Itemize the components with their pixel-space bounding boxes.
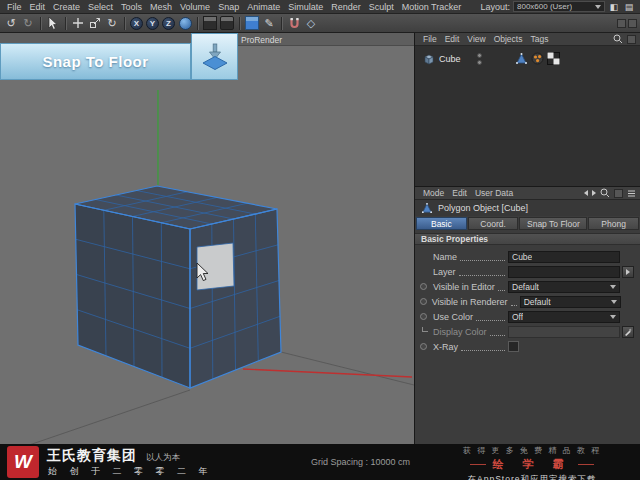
polygon-selection-tag-icon[interactable] <box>515 52 528 65</box>
attr-row-visible-in-editor: Visible in Editor Default <box>415 279 640 294</box>
use-color-select[interactable]: Off <box>508 311 620 323</box>
om-menu-edit[interactable]: Edit <box>441 34 464 44</box>
editor-visibility-dot[interactable] <box>477 53 482 58</box>
am-menu-edit[interactable]: Edit <box>448 188 471 198</box>
x-axis <box>243 369 412 377</box>
undo-icon[interactable]: ↺ <box>3 15 19 31</box>
layout-panel-icon[interactable] <box>617 19 626 28</box>
axis-lock-x-button[interactable]: X <box>130 17 143 30</box>
dotted-leader <box>490 328 505 336</box>
layout-dropdown[interactable]: 800x600 (User) <box>513 1 605 12</box>
panel-grid-icon[interactable]: ▤ <box>623 1 635 13</box>
cube-object[interactable] <box>75 186 281 388</box>
name-input[interactable]: Cube <box>508 251 620 263</box>
scale-tool-icon[interactable] <box>87 15 103 31</box>
am-menu-user-data[interactable]: User Data <box>471 188 517 198</box>
history-back-icon[interactable] <box>584 190 588 196</box>
snap-to-floor-button[interactable] <box>191 33 238 80</box>
object-name[interactable]: Cube <box>439 54 461 64</box>
menu-tools[interactable]: Tools <box>117 2 146 12</box>
panel-split-icon[interactable]: ◧ <box>608 1 620 13</box>
object-row-cube[interactable]: Cube <box>415 51 640 67</box>
menu-mesh[interactable]: Mesh <box>146 2 176 12</box>
grid-spacing-status: Grid Spacing : 10000 cm <box>248 457 410 467</box>
viewport-menu-prorender[interactable]: ProRender <box>241 35 282 45</box>
render-view-icon[interactable] <box>202 15 218 31</box>
menu-simulate[interactable]: Simulate <box>284 2 327 12</box>
om-menu-view[interactable]: View <box>463 34 489 44</box>
bottom-bar: W 王氏教育集团 以人为本 始 创 于 二 零 零 二 年 Grid Spaci… <box>0 444 640 480</box>
live-selection-icon[interactable] <box>45 15 61 31</box>
filter-icon[interactable] <box>627 35 636 44</box>
keyframe-dot-icon[interactable] <box>420 298 427 305</box>
axis-lock-z-button[interactable]: Z <box>162 17 175 30</box>
checkbox-slot <box>508 341 620 352</box>
gutter <box>420 283 433 290</box>
keyframe-dot-icon[interactable] <box>420 283 427 290</box>
selected-polygon[interactable] <box>197 243 234 290</box>
menu-motion-tracker[interactable]: Motion Tracker <box>398 2 466 12</box>
om-menu-objects[interactable]: Objects <box>490 34 527 44</box>
menu-edit[interactable]: Edit <box>26 2 50 12</box>
menu-burger-icon[interactable] <box>627 189 636 198</box>
visible-in-editor-select[interactable]: Default <box>508 281 620 293</box>
xray-checkbox[interactable] <box>508 341 519 352</box>
tab-phong[interactable]: Phong <box>588 217 639 230</box>
am-menu-mode[interactable]: Mode <box>419 188 448 198</box>
menu-create[interactable]: Create <box>49 2 84 12</box>
render-settings-icon[interactable] <box>219 15 235 31</box>
chevron-down-icon <box>610 315 616 319</box>
om-menu-tags[interactable]: Tags <box>526 34 552 44</box>
rotate-tool-icon[interactable]: ↻ <box>104 15 120 31</box>
keyframe-dot-icon[interactable] <box>420 343 427 350</box>
menu-volume[interactable]: Volume <box>176 2 214 12</box>
promo-rule <box>578 464 594 465</box>
workplane-icon[interactable]: ◇ <box>303 15 319 31</box>
layer-field[interactable] <box>508 266 620 278</box>
layout-value: 800x600 (User) <box>517 2 572 11</box>
viewport-canvas[interactable] <box>0 33 414 444</box>
render-visibility-dot[interactable] <box>477 60 482 65</box>
keyframe-dot-icon[interactable] <box>420 313 427 320</box>
tag-group <box>515 52 560 65</box>
viewport[interactable]: ProRender <box>0 33 414 444</box>
layer-expand-button[interactable] <box>622 266 634 278</box>
attribute-title: Polygon Object [Cube] <box>438 203 528 213</box>
menu-render[interactable]: Render <box>327 2 365 12</box>
lock-icon[interactable] <box>614 189 623 198</box>
layer-label: Layer <box>433 267 456 277</box>
add-cube-icon[interactable] <box>244 15 260 31</box>
redo-icon[interactable]: ↻ <box>20 15 36 31</box>
attr-row-xray: X-Ray <box>415 339 640 354</box>
attribute-manager-panel: Mode Edit User Data Polygon Object [Cube… <box>414 186 640 444</box>
visible-in-renderer-select[interactable]: Default <box>520 296 622 308</box>
move-tool-icon[interactable] <box>70 15 86 31</box>
attr-row-visible-in-renderer: Visible in Renderer Default <box>415 294 640 309</box>
layout-panel-icon[interactable] <box>628 19 637 28</box>
tab-coord[interactable]: Coord. <box>468 217 519 230</box>
search-icon[interactable] <box>600 188 610 198</box>
pen-tool-icon[interactable]: ✎ <box>261 15 277 31</box>
uvw-tag-icon[interactable] <box>547 52 560 65</box>
display-color-swatch[interactable] <box>508 326 620 338</box>
coordinate-system-icon[interactable] <box>177 15 193 31</box>
gutter <box>420 331 433 332</box>
axis-lock-y-button[interactable]: Y <box>146 17 159 30</box>
om-menu-file[interactable]: File <box>419 34 441 44</box>
company-logo: W <box>7 446 39 478</box>
menu-sculpt[interactable]: Sculpt <box>365 2 398 12</box>
phong-tag-icon[interactable] <box>531 52 544 65</box>
tab-snap-to-floor[interactable]: Snap To Floor <box>519 217 587 230</box>
chevron-down-icon <box>610 285 616 289</box>
history-forward-icon[interactable] <box>592 190 596 196</box>
tab-basic[interactable]: Basic <box>416 217 467 230</box>
color-picker-button[interactable] <box>622 326 634 338</box>
menu-snap[interactable]: Snap <box>214 2 243 12</box>
menu-file[interactable]: File <box>3 2 26 12</box>
toolbar-divider <box>40 17 41 30</box>
menu-animate[interactable]: Animate <box>243 2 284 12</box>
menu-select[interactable]: Select <box>84 2 117 12</box>
snap-magnet-icon[interactable] <box>286 15 302 31</box>
search-icon[interactable] <box>613 34 623 44</box>
section-basic-properties: Basic Properties <box>415 233 640 245</box>
